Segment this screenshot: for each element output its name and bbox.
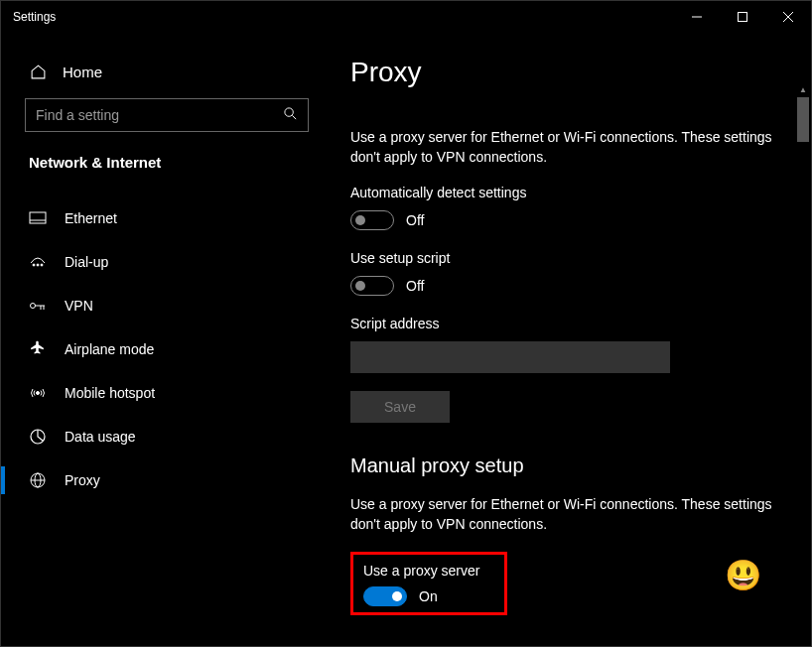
close-button[interactable] xyxy=(765,1,811,33)
minimize-button[interactable] xyxy=(674,1,720,33)
settings-window: Settings Home xyxy=(0,0,812,647)
auto-proxy-description: Use a proxy server for Ethernet or Wi-Fi… xyxy=(350,128,793,167)
search-box[interactable] xyxy=(25,98,309,132)
use-proxy-toggle-row: On xyxy=(363,586,494,606)
svg-point-9 xyxy=(37,264,39,266)
page-title: Proxy xyxy=(350,57,793,88)
search-icon xyxy=(283,106,298,124)
window-title: Settings xyxy=(13,10,674,24)
sidebar-section-heading: Network & Internet xyxy=(1,154,329,196)
svg-rect-1 xyxy=(739,13,747,22)
save-button[interactable]: Save xyxy=(350,391,450,423)
sidebar-item-dialup[interactable]: Dial-up xyxy=(1,240,329,284)
use-proxy-state: On xyxy=(419,588,438,604)
auto-detect-toggle-row: Off xyxy=(350,210,793,230)
decorative-emoji: 😃 xyxy=(725,558,761,592)
home-nav[interactable]: Home xyxy=(1,53,329,98)
sidebar-item-label: Airplane mode xyxy=(65,341,154,357)
maximize-button[interactable] xyxy=(720,1,765,33)
hotspot-icon xyxy=(29,384,47,402)
main-panel: Proxy Use a proxy server for Ethernet or… xyxy=(329,33,811,646)
scrollbar-up-icon[interactable]: ▲ xyxy=(795,81,811,97)
svg-point-11 xyxy=(31,304,36,309)
svg-rect-6 xyxy=(30,212,46,223)
airplane-icon xyxy=(29,340,47,358)
script-address-input[interactable] xyxy=(350,341,670,373)
data-usage-icon xyxy=(29,428,47,446)
search-input[interactable] xyxy=(36,107,283,123)
sidebar-item-label: Mobile hotspot xyxy=(65,385,155,401)
sidebar-item-label: VPN xyxy=(65,298,93,314)
sidebar-item-airplane[interactable]: Airplane mode xyxy=(1,327,329,371)
auto-detect-toggle[interactable] xyxy=(350,210,394,230)
setup-script-state: Off xyxy=(406,278,424,294)
sidebar-item-label: Proxy xyxy=(65,472,100,488)
svg-line-5 xyxy=(292,115,296,119)
sidebar-nav: Ethernet Dial-up VPN xyxy=(1,196,329,502)
titlebar: Settings xyxy=(1,1,811,33)
sidebar-item-datausage[interactable]: Data usage xyxy=(1,415,329,458)
svg-point-8 xyxy=(33,264,35,266)
auto-detect-label: Automatically detect settings xyxy=(350,185,793,200)
svg-point-15 xyxy=(37,392,40,395)
use-proxy-label: Use a proxy server xyxy=(363,563,494,579)
manual-proxy-heading: Manual proxy setup xyxy=(350,454,793,477)
dialup-icon xyxy=(29,253,47,271)
content: Home Network & Internet Ethernet xyxy=(1,33,811,646)
home-label: Home xyxy=(63,64,102,80)
proxy-icon xyxy=(29,471,47,489)
sidebar-item-hotspot[interactable]: Mobile hotspot xyxy=(1,371,329,415)
sidebar-item-vpn[interactable]: VPN xyxy=(1,284,329,327)
vpn-icon xyxy=(29,297,47,315)
script-address-label: Script address xyxy=(350,316,793,331)
scrollbar-thumb[interactable] xyxy=(797,97,809,142)
scrollbar[interactable]: ▲ xyxy=(795,97,811,646)
highlight-annotation: Use a proxy server On xyxy=(350,552,507,615)
manual-proxy-description: Use a proxy server for Ethernet or Wi-Fi… xyxy=(350,495,793,534)
use-proxy-toggle[interactable] xyxy=(363,586,407,606)
sidebar: Home Network & Internet Ethernet xyxy=(1,33,329,646)
svg-point-4 xyxy=(285,108,293,116)
sidebar-item-label: Data usage xyxy=(65,429,136,445)
ethernet-icon xyxy=(29,209,47,227)
setup-script-label: Use setup script xyxy=(350,250,793,266)
setup-script-toggle[interactable] xyxy=(350,276,394,296)
svg-point-10 xyxy=(41,264,43,266)
sidebar-item-label: Dial-up xyxy=(65,254,108,270)
window-controls xyxy=(674,1,811,33)
sidebar-item-proxy[interactable]: Proxy xyxy=(1,458,329,502)
sidebar-item-ethernet[interactable]: Ethernet xyxy=(1,196,329,240)
home-icon xyxy=(29,63,47,80)
sidebar-item-label: Ethernet xyxy=(65,210,117,226)
auto-detect-state: Off xyxy=(406,212,424,228)
setup-script-toggle-row: Off xyxy=(350,276,793,296)
